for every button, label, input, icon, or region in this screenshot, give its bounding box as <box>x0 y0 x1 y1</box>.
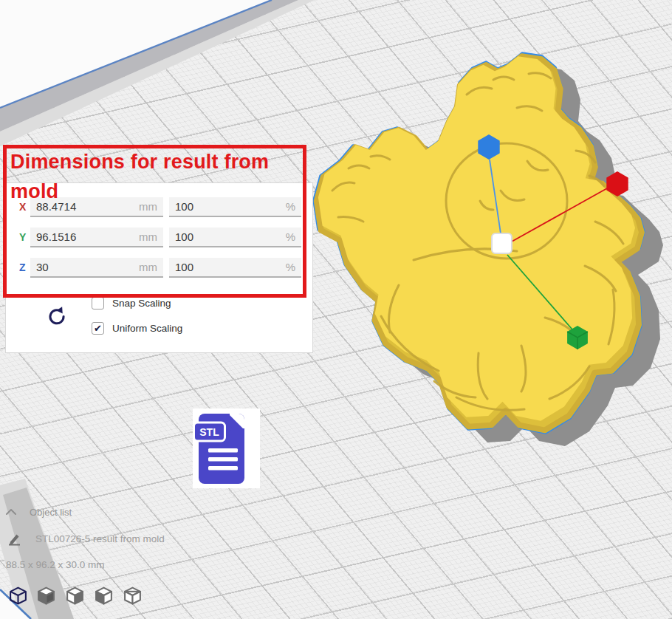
gizmo-center-handle[interactable] <box>492 233 512 253</box>
z-size-unit: mm <box>139 261 157 273</box>
view-3d-button[interactable] <box>8 585 28 606</box>
uniform-scaling-checkbox[interactable]: ✔ <box>92 322 104 335</box>
annotation-title: Dimensions for result from mold <box>10 147 306 206</box>
view-top-icon <box>123 585 143 606</box>
edit-pencil-icon <box>7 532 22 547</box>
stl-file-thumbnail: STL <box>193 408 260 488</box>
buildplate-edge-top <box>0 0 315 146</box>
model-dimensions-summary: 88.5 x 96.2 x 30.0 mm <box>6 559 105 570</box>
y-percent-unit: % <box>286 230 295 243</box>
snap-scaling-checkbox[interactable] <box>92 297 104 310</box>
object-list-header[interactable]: Object list <box>30 507 72 518</box>
z-size-field[interactable]: mm <box>30 258 163 278</box>
view-left-icon <box>94 585 114 606</box>
model-mold[interactable] <box>314 53 644 433</box>
z-percent-unit: % <box>286 261 295 273</box>
view-top-button[interactable] <box>123 585 143 606</box>
y-size-unit: mm <box>139 230 157 243</box>
y-size-field[interactable]: mm <box>30 228 163 247</box>
z-percent-field[interactable]: % <box>169 258 301 278</box>
collapse-chevron-icon[interactable] <box>5 507 17 516</box>
reset-icon <box>47 305 67 327</box>
dimension-row-y: Y mm % <box>6 228 312 247</box>
stl-document-icon: STL <box>193 408 260 488</box>
view-right-button[interactable] <box>65 585 85 606</box>
y-percent-field[interactable]: % <box>169 228 301 247</box>
view-right-icon <box>65 585 85 606</box>
uniform-scaling-label: Uniform Scaling <box>112 323 182 334</box>
y-size-input[interactable] <box>36 230 117 243</box>
view-left-button[interactable] <box>94 585 114 606</box>
z-percent-input[interactable] <box>175 261 256 273</box>
object-list-item[interactable]: STL00726-5 result from mold <box>35 533 165 544</box>
scale-tool-panel: X mm % Y mm % Z mm <box>5 182 313 353</box>
dimension-row-z: Z mm % <box>6 258 312 278</box>
stl-label: STL <box>199 426 219 438</box>
snap-scaling-row: Snap Scaling <box>92 297 171 310</box>
y-percent-input[interactable] <box>175 230 256 243</box>
uniform-scaling-row: ✔ Uniform Scaling <box>92 322 182 335</box>
view-solid-button[interactable] <box>36 585 56 606</box>
reset-scale-button[interactable] <box>47 305 67 327</box>
z-size-input[interactable] <box>36 261 117 273</box>
application-window: X mm % Y mm % Z mm <box>0 0 672 619</box>
axis-z-label: Z <box>19 261 26 273</box>
view-3d-icon <box>8 585 28 606</box>
view-solid-icon <box>36 585 56 606</box>
snap-scaling-label: Snap Scaling <box>112 298 171 309</box>
axis-y-label: Y <box>19 231 26 243</box>
